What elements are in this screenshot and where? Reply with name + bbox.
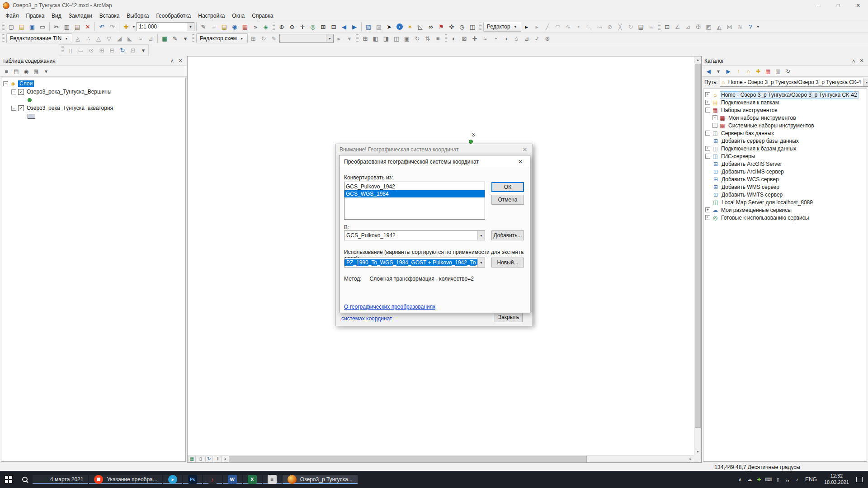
menu-item[interactable]: Закладки <box>65 11 96 20</box>
rotate-graphics-icon[interactable]: ↻ <box>412 33 422 43</box>
align-left-icon[interactable]: ◧ <box>371 33 381 43</box>
close-button[interactable]: ✕ <box>848 0 868 11</box>
open-icon[interactable]: ▤ <box>17 22 27 32</box>
scroll-up-icon[interactable]: ▲ <box>694 56 701 63</box>
table-of-contents-toggle-icon[interactable]: ≡ <box>209 22 219 32</box>
tree-item-label[interactable]: Готовые к использованию сервисы <box>720 215 810 221</box>
add-tin-node-icon[interactable]: ∴ <box>83 33 93 43</box>
search-window-icon[interactable]: ◉ <box>230 22 240 32</box>
tree-item-label[interactable]: Подключения к базам данных <box>720 145 797 152</box>
taskbar-search-button[interactable] <box>17 471 33 488</box>
delete-icon[interactable]: ✕ <box>83 22 93 32</box>
tree-expander[interactable]: − <box>11 106 16 111</box>
apply-icon[interactable]: ✓ <box>532 33 542 43</box>
snapping-icon[interactable]: ⊡ <box>662 22 672 32</box>
select-elements-icon[interactable]: ➤ <box>384 22 394 32</box>
catalog-pin-icon[interactable]: ⊼ <box>849 57 858 65</box>
menu-item[interactable]: Правка <box>23 11 48 20</box>
combo-arrow-icon[interactable]: ▼ <box>187 23 194 31</box>
delete-tin-node-icon[interactable]: △ <box>94 33 104 43</box>
fixed-zoom-in-icon[interactable]: ⊞ <box>318 22 328 32</box>
split-tool-icon[interactable]: ╳ <box>615 22 625 32</box>
vscroll-thumb[interactable] <box>695 64 701 428</box>
layer-label[interactable]: Озеро3_река_Тунгуска_Вершины <box>26 89 113 95</box>
polygon-symbol[interactable] <box>28 114 35 119</box>
update-diagram-icon[interactable]: ↻ <box>259 33 269 43</box>
tree-expander[interactable]: − <box>11 89 16 94</box>
schematics-menu-button[interactable]: Редактор схем ▾ <box>196 33 248 43</box>
tree-expander[interactable]: − <box>705 108 710 113</box>
align-right-icon[interactable]: ◨ <box>381 33 391 43</box>
data-view-button[interactable]: ▦ <box>188 456 196 462</box>
full-extent-icon[interactable]: ◎ <box>308 22 318 32</box>
rotate-tool-icon[interactable]: ↻ <box>626 22 636 32</box>
map-scale-combo[interactable]: 1:1 000 ▼ <box>137 22 194 31</box>
python-window-icon[interactable]: » <box>250 22 260 32</box>
scroll-right-icon[interactable]: ▸ <box>687 455 694 463</box>
trace-tool-icon[interactable]: ∿ <box>563 22 573 32</box>
clear-selection-icon[interactable]: ▨ <box>374 22 384 32</box>
toolbar-grip[interactable] <box>2 23 5 31</box>
topology-edit-icon[interactable]: ∠ <box>673 22 683 32</box>
swipe-icon[interactable]: ≈ <box>480 33 490 43</box>
layer-label[interactable]: Озеро3_река_Тунгуска_акватория <box>26 105 114 111</box>
map-vertex-point[interactable] <box>469 140 473 144</box>
tin-edit-icon[interactable]: ✎ <box>170 33 180 43</box>
georeferencing-icon[interactable]: ✠ <box>693 22 703 32</box>
tin-slope-icon[interactable]: ⊿ <box>146 33 156 43</box>
tree-expander[interactable]: + <box>705 100 710 105</box>
tree-expander[interactable]: + <box>705 146 710 151</box>
editor-toolbar-icon[interactable]: ✎ <box>198 22 208 32</box>
music-app[interactable]: ♪ <box>203 475 222 484</box>
toolbar-grip[interactable] <box>192 34 194 42</box>
maximize-button[interactable]: □ <box>828 0 848 11</box>
menu-item[interactable]: Окна <box>228 11 248 20</box>
catalog-back-icon[interactable]: ◀ <box>704 67 713 76</box>
catalog-window-icon[interactable]: ▤ <box>219 22 229 32</box>
tin-options-icon[interactable]: ▾ <box>180 33 190 43</box>
tree-item-label[interactable]: Добавить WMS сервер <box>721 184 780 190</box>
up-one-level-icon[interactable]: ↑ <box>734 67 743 76</box>
redo-icon[interactable]: ↷ <box>107 22 117 32</box>
zoom-out-icon[interactable]: ⊖ <box>287 22 297 32</box>
model-builder-icon[interactable]: ◈ <box>261 22 271 32</box>
catalog-tree-item[interactable]: ⊞ Добавить WCS сервер <box>703 175 867 183</box>
tree-item-label[interactable]: Мои наборы инструментов <box>727 115 797 121</box>
catalog-tree-item[interactable]: − ◫ Серверы баз данных <box>703 129 867 137</box>
toc-options-icon[interactable]: ▾ <box>42 67 51 76</box>
publisher-icon[interactable]: ≋ <box>735 22 745 32</box>
copy-icon[interactable]: ▥ <box>62 22 72 32</box>
tin-editing-menu-button[interactable]: Редактирование TIN ▾ <box>6 33 72 43</box>
connect-folder-icon[interactable]: ✚ <box>754 67 763 76</box>
toolbar-overflow-icon[interactable]: ▾ <box>756 25 760 29</box>
draw-order-icon[interactable]: ≡ <box>433 33 443 43</box>
refresh-view-button[interactable]: ↻ <box>205 456 213 462</box>
pan-icon[interactable]: ✛ <box>297 22 307 32</box>
list-by-visibility-icon[interactable]: ◉ <box>22 67 31 76</box>
save-icon[interactable]: ▣ <box>27 22 37 32</box>
edit-diagram-icon[interactable]: ✎ <box>269 33 279 43</box>
catalog-tree-item[interactable]: − ◫ ГИС-серверы <box>703 152 867 160</box>
hidden-icons-icon[interactable]: ∧ <box>736 474 745 485</box>
tree-expander[interactable]: − <box>705 131 710 136</box>
catalog-home-icon[interactable]: ⌂ <box>744 67 753 76</box>
viewer-window-icon[interactable]: ◫ <box>467 22 477 32</box>
word-app[interactable]: W <box>223 475 242 484</box>
editor-menu-button[interactable]: Редактор ▾ <box>483 22 521 32</box>
ok-button[interactable]: ОК <box>491 182 524 192</box>
toc-layer-item[interactable]: − ✓ Озеро3_река_Тунгуска_акватория <box>1 104 185 112</box>
volume-icon[interactable]: ♪ <box>793 474 802 485</box>
menu-item[interactable]: Справка <box>248 11 277 20</box>
group-icon[interactable]: ▣ <box>402 33 412 43</box>
catalog-back-dropdown-icon[interactable]: ▾ <box>714 67 723 76</box>
convert-from-listbox[interactable]: GCS_Pulkovo_1942 GCS_WGS_1984 <box>344 182 485 220</box>
toc-root-item[interactable]: − ◈ Слои <box>1 80 185 88</box>
effects-icon[interactable]: ◔ <box>491 33 500 43</box>
tree-item-label[interactable]: Подключения к папкам <box>720 99 780 106</box>
new-map-icon[interactable]: ▢ <box>6 22 16 32</box>
photoshop-app[interactable]: Ps <box>183 475 202 484</box>
map-horizontal-scrollbar[interactable] <box>228 455 687 463</box>
refresh-page-icon[interactable]: ↻ <box>118 45 127 55</box>
toggle-contents-view-icon[interactable]: ▥ <box>774 67 783 76</box>
layout-grid-icon[interactable]: ⊞ <box>360 33 370 43</box>
